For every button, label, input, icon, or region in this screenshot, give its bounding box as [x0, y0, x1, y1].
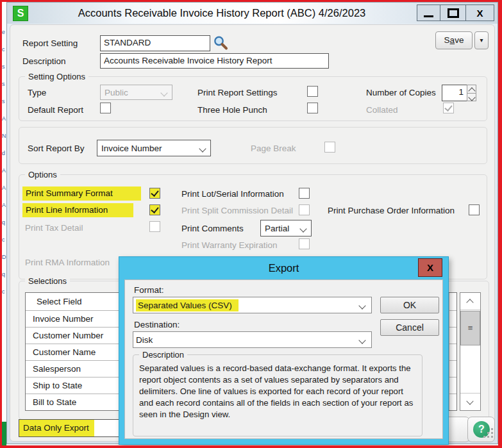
close-button[interactable]: X [466, 4, 494, 21]
format-label: Format: [134, 283, 164, 297]
sage-app-icon: S [13, 6, 28, 21]
description-group: Description Separated values is a record… [133, 354, 423, 436]
lookup-magnifier-icon[interactable] [212, 35, 229, 51]
save-button[interactable]: Save [435, 31, 473, 49]
print-warranty-expiration-checkbox [299, 238, 310, 249]
spinner-down-icon[interactable] [467, 93, 476, 101]
three-hole-punch-checkbox[interactable] [307, 103, 318, 113]
report-setting-input[interactable]: STANDARD [100, 35, 210, 51]
selections-legend: Selections [25, 276, 70, 287]
background-window-fragment: e c s s s A N d A A A q c D q c [2, 2, 6, 422]
description-label: Description [22, 54, 66, 69]
spinner-up-icon[interactable] [467, 85, 476, 93]
print-warranty-expiration-label: Print Warranty Expiration [181, 238, 278, 253]
print-summary-format-checkbox[interactable] [149, 188, 160, 199]
print-tax-detail-label: Print Tax Detail [25, 221, 83, 235]
print-split-commission-checkbox [299, 204, 310, 215]
print-report-settings-checkbox[interactable] [307, 86, 318, 97]
print-comments-select[interactable]: Partial [260, 220, 312, 236]
ok-button[interactable]: OK [380, 297, 439, 313]
print-purchase-order-checkbox[interactable] [469, 204, 480, 215]
chevron-down-icon [358, 336, 365, 344]
copies-spinner[interactable] [467, 85, 476, 101]
export-close-button[interactable]: X [418, 258, 442, 277]
scrollbar-thumb[interactable]: ≡ [460, 311, 480, 345]
number-of-copies-input[interactable]: 1 [442, 85, 467, 101]
save-dropdown-button[interactable]: ▾ [474, 31, 489, 49]
print-lot-serial-label: Print Lot/Serial Information [181, 187, 284, 201]
chevron-down-icon [358, 302, 365, 309]
selections-scrollbar[interactable]: ≡ [460, 292, 481, 411]
destination-value: Disk [136, 335, 153, 345]
data-only-export-field[interactable]: Data Only Export [19, 419, 128, 437]
description-input[interactable]: Accounts Receivable Invoice History Repo… [100, 53, 329, 69]
three-hole-punch-label: Three Hole Punch [197, 103, 267, 117]
number-of-copies-label: Number of Copies [366, 86, 436, 100]
default-report-checkbox[interactable] [100, 103, 111, 113]
format-value: Separated Values (CSV) [136, 299, 238, 311]
thumb-grip-icon: ≡ [468, 323, 473, 333]
format-select[interactable]: Separated Values (CSV) [133, 297, 372, 313]
print-summary-format-label: Print Summary Format [22, 187, 141, 201]
print-report-settings-label: Print Report Settings [197, 86, 278, 100]
background-text-fragment: e c s s s A N d A A A q c D q c [2, 2, 6, 301]
data-only-export-label: Data Only Export [19, 420, 94, 436]
close-icon: X [476, 8, 483, 19]
type-select: Public [100, 85, 172, 100]
print-comments-label: Print Comments [181, 222, 244, 236]
chevron-down-icon [160, 89, 167, 96]
report-setting-label: Report Setting [22, 37, 78, 51]
page-break-checkbox [324, 142, 335, 153]
window-title: Accounts Receivable Invoice History Repo… [33, 3, 411, 24]
maximize-icon [448, 8, 459, 18]
sort-report-by-label: Sort Report By [28, 142, 85, 156]
cancel-button[interactable]: Cancel [380, 319, 439, 336]
sort-report-by-select[interactable]: Invoice Number [97, 140, 211, 156]
print-line-information-checkbox[interactable] [149, 204, 160, 215]
title-bar: S Accounts Receivable Invoice History Re… [7, 3, 498, 24]
scroll-down-icon[interactable] [460, 393, 480, 410]
collated-checkbox [443, 103, 454, 113]
dropdown-arrow-icon: ▾ [480, 37, 483, 44]
collated-label: Collated [366, 103, 398, 117]
print-line-information-label: Print Line Information [22, 203, 133, 217]
background-green-fragment [2, 422, 6, 445]
close-icon: X [427, 262, 433, 273]
resize-grip[interactable] [483, 428, 494, 438]
default-report-label: Default Report [28, 103, 83, 117]
print-tax-detail-checkbox [149, 221, 160, 232]
minimize-button[interactable] [417, 4, 440, 21]
scroll-up-icon[interactable] [460, 293, 480, 310]
print-purchase-order-label: Print Purchase Order Information [328, 204, 455, 218]
minimize-icon [424, 15, 433, 17]
page-break-label: Page Break [251, 142, 296, 156]
window-controls: X [417, 4, 494, 21]
print-split-commission-label: Print Split Commission Detail [181, 204, 293, 218]
export-dialog-body: Format: Separated Values (CSV) OK Destin… [124, 279, 443, 439]
format-description-text: Separated values is a record-based data-… [139, 363, 416, 420]
chevron-down-icon [299, 225, 306, 232]
screenshot-root: e c s s s A N d A A A q c D q c S Accoun… [0, 0, 502, 448]
options-legend: Options [25, 169, 60, 181]
destination-select[interactable]: Disk [133, 331, 372, 348]
maximize-button[interactable] [440, 4, 466, 21]
print-rma-information-label: Print RMA Information [25, 256, 110, 270]
description-legend: Description [139, 349, 187, 361]
chevron-down-icon [199, 145, 206, 152]
setting-options-legend: Setting Options [25, 71, 88, 83]
table-column-divider [449, 293, 449, 410]
print-lot-serial-checkbox[interactable] [299, 188, 310, 199]
destination-label: Destination: [134, 318, 180, 332]
export-dialog: Export X Format: Separated Values (CSV) … [119, 256, 449, 445]
export-dialog-title: Export [119, 257, 448, 279]
type-label: Type [28, 86, 46, 100]
